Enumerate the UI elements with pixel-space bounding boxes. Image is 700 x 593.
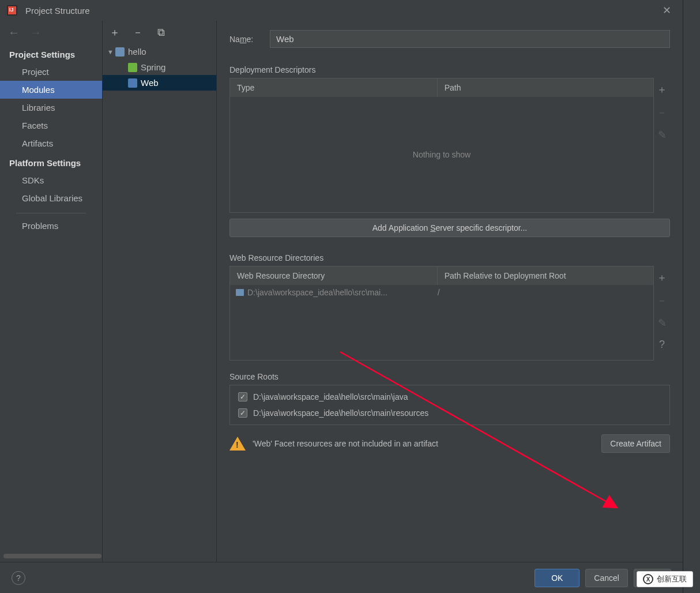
sidebar-item-global-libraries[interactable]: Global Libraries bbox=[0, 189, 102, 207]
watermark-text: 创新互联 bbox=[657, 574, 687, 584]
sidebar-divider bbox=[16, 213, 86, 213]
source-root-item[interactable]: ✓ D:\java\workspace_idea\hello\src\main\… bbox=[236, 405, 664, 421]
sidebar-item-modules[interactable]: Modules bbox=[0, 81, 102, 99]
expand-arrow-icon[interactable]: ▼ bbox=[107, 48, 114, 55]
tree-facet-spring[interactable]: Spring bbox=[103, 59, 216, 75]
spring-icon bbox=[128, 63, 137, 72]
source-root-path: D:\java\workspace_idea\hello\src\main\re… bbox=[253, 408, 428, 418]
help-icon[interactable]: ? bbox=[12, 571, 25, 585]
dd-edit-icon[interactable]: ✎ bbox=[658, 129, 667, 141]
ok-button[interactable]: OK bbox=[535, 569, 579, 587]
wrd-path-value: / bbox=[438, 288, 648, 297]
source-root-item[interactable]: ✓ D:\java\workspace_idea\hello\src\main\… bbox=[236, 389, 664, 405]
folder-icon bbox=[236, 289, 244, 296]
wrd-add-icon[interactable]: ＋ bbox=[657, 271, 667, 284]
nav-back-icon[interactable]: ← bbox=[8, 26, 20, 39]
wrd-col-dir: Web Resource Directory bbox=[230, 267, 438, 285]
sidebar-item-artifacts[interactable]: Artifacts bbox=[0, 134, 102, 152]
remove-module-icon[interactable]: － bbox=[131, 25, 144, 39]
tree-facet-label: Spring bbox=[141, 62, 165, 72]
dd-empty-text: Nothing to show bbox=[230, 97, 653, 212]
wrd-remove-icon[interactable]: － bbox=[657, 294, 667, 307]
warning-text: 'Web' Facet resources are not included i… bbox=[253, 439, 594, 448]
settings-sidebar: ← → Project Settings Project Modules Lib… bbox=[0, 21, 103, 562]
platform-settings-header: Platform Settings bbox=[0, 152, 102, 171]
dd-col-path: Path bbox=[438, 78, 653, 97]
dd-col-type: Type bbox=[230, 78, 438, 97]
close-icon[interactable]: ✕ bbox=[658, 2, 676, 19]
deployment-descriptors-label: Deployment Descriptors bbox=[229, 65, 670, 74]
wrd-dir-value: D:\java\workspace_idea\hello\src\mai... bbox=[247, 288, 387, 297]
deployment-descriptors-table[interactable]: Type Path Nothing to show bbox=[229, 78, 654, 213]
sidebar-item-sdks[interactable]: SDKs bbox=[0, 171, 102, 189]
tree-module-hello[interactable]: ▼ hello bbox=[103, 44, 216, 59]
create-artifact-button[interactable]: Create Artifact bbox=[601, 434, 670, 453]
dialog-footer: ? OK Cancel Apply bbox=[0, 562, 683, 593]
wrd-edit-icon[interactable]: ✎ bbox=[658, 317, 667, 329]
wrd-col-path: Path Relative to Deployment Root bbox=[438, 267, 653, 285]
app-logo-icon bbox=[7, 5, 17, 16]
watermark: X 创新互联 bbox=[637, 571, 693, 587]
cancel-button[interactable]: Cancel bbox=[585, 569, 628, 587]
watermark-icon: X bbox=[643, 574, 653, 584]
sidebar-item-facets[interactable]: Facets bbox=[0, 117, 102, 134]
table-row[interactable]: D:\java\workspace_idea\hello\src\mai... … bbox=[230, 285, 653, 300]
facet-name-input[interactable] bbox=[270, 30, 670, 48]
titlebar: Project Structure ✕ bbox=[0, 0, 683, 21]
web-icon bbox=[128, 78, 137, 88]
facet-editor: Name: Deployment Descriptors Type Path N… bbox=[217, 21, 683, 562]
dd-remove-icon[interactable]: － bbox=[657, 106, 667, 119]
web-resource-dirs-table[interactable]: Web Resource Directory Path Relative to … bbox=[229, 266, 654, 361]
checkbox-icon[interactable]: ✓ bbox=[238, 392, 247, 401]
add-module-icon[interactable]: ＋ bbox=[108, 25, 121, 39]
project-settings-header: Project Settings bbox=[0, 44, 102, 63]
web-resource-dirs-label: Web Resource Directories bbox=[229, 253, 670, 262]
module-tree-panel: ＋ － ⧉ ▼ hello Spring Web bbox=[103, 21, 217, 562]
tree-facet-label: Web bbox=[141, 78, 159, 88]
tree-module-label: hello bbox=[128, 47, 146, 57]
dd-add-icon[interactable]: ＋ bbox=[657, 82, 667, 96]
warning-icon bbox=[229, 437, 246, 451]
nav-forward-icon[interactable]: → bbox=[30, 26, 42, 39]
source-roots-label: Source Roots bbox=[229, 372, 670, 381]
checkbox-icon[interactable]: ✓ bbox=[238, 408, 247, 418]
module-folder-icon bbox=[115, 47, 125, 57]
sidebar-item-project[interactable]: Project bbox=[0, 63, 102, 81]
name-label: Name: bbox=[229, 35, 270, 44]
wrd-help-icon[interactable]: ? bbox=[659, 339, 665, 351]
sidebar-scrollbar[interactable] bbox=[3, 554, 101, 558]
add-server-descriptor-button[interactable]: Add Application Server specific descript… bbox=[229, 219, 670, 237]
tree-facet-web[interactable]: Web bbox=[103, 75, 216, 91]
sidebar-item-libraries[interactable]: Libraries bbox=[0, 99, 102, 117]
source-root-path: D:\java\workspace_idea\hello\src\main\ja… bbox=[253, 392, 408, 401]
copy-module-icon[interactable]: ⧉ bbox=[155, 27, 167, 39]
sidebar-item-problems[interactable]: Problems bbox=[0, 217, 102, 235]
window-title: Project Structure bbox=[25, 6, 90, 16]
